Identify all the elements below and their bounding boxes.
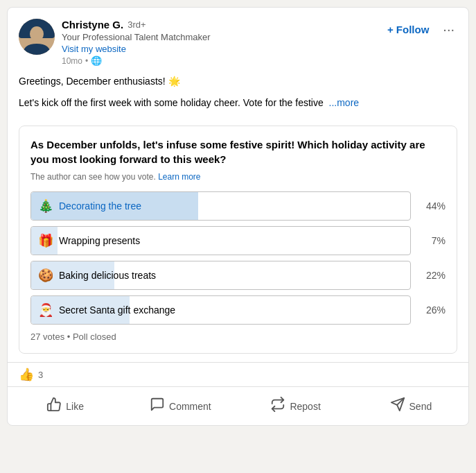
avatar — [19, 19, 55, 55]
reaction-count: 3 — [38, 370, 43, 380]
repost-label: Repost — [290, 401, 320, 412]
poll-container: As December unfolds, let's infuse some f… — [19, 126, 457, 354]
header-actions: + Follow ··· — [382, 19, 457, 40]
more-link[interactable]: ...more — [329, 97, 360, 108]
reaction-icon: 👍 — [19, 367, 34, 382]
repost-icon — [270, 397, 285, 415]
poll-option-label: Wrapping presents — [59, 235, 140, 246]
follow-button[interactable]: + Follow — [382, 21, 434, 38]
poll-option[interactable]: 🎄Decorating the tree44% — [30, 191, 446, 221]
comment-icon — [150, 397, 165, 415]
poll-option-percent: 7% — [419, 235, 446, 246]
poll-option-percent: 22% — [419, 270, 446, 281]
reactions-row: 👍 3 — [8, 362, 468, 386]
send-button[interactable]: Send — [353, 390, 468, 422]
dot-separator: • — [85, 56, 88, 66]
poll-option[interactable]: 🎅Secret Santa gift exchange26% — [30, 295, 446, 325]
author-name-row: Christyne G. 3rd+ — [62, 19, 375, 31]
poll-option-emoji: 🍪 — [38, 268, 53, 283]
send-label: Send — [409, 401, 432, 412]
author-link[interactable]: Visit my website — [62, 44, 375, 54]
author-headline: Your Professional Talent Matchmaker — [62, 32, 375, 42]
comment-label: Comment — [169, 401, 211, 412]
author-degree: 3rd+ — [127, 19, 146, 30]
like-icon — [46, 397, 62, 415]
post-greeting: Greetings, December enthusiasts! 🌟 — [19, 74, 457, 89]
learn-more-link[interactable]: Learn more — [158, 172, 200, 182]
poll-option-label: Secret Santa gift exchange — [59, 304, 175, 316]
poll-option-label: Baking delicious treats — [59, 270, 156, 281]
more-options-button[interactable]: ··· — [440, 19, 457, 40]
poll-option[interactable]: 🎁Wrapping presents7% — [30, 226, 446, 255]
svg-point-2 — [30, 26, 44, 42]
action-bar: Like Comment Repost — [8, 386, 468, 425]
poll-option[interactable]: 🍪Baking delicious treats22% — [30, 261, 446, 290]
author-name: Christyne G. — [62, 19, 123, 31]
poll-options: 🎄Decorating the tree44%🎁Wrapping present… — [30, 191, 446, 325]
repost-button[interactable]: Repost — [238, 390, 353, 422]
like-button[interactable]: Like — [8, 390, 123, 422]
comment-button[interactable]: Comment — [123, 390, 238, 422]
poll-option-emoji: 🎁 — [38, 233, 53, 248]
like-label: Like — [66, 401, 84, 412]
poll-question: As December unfolds, let's infuse some f… — [30, 137, 446, 166]
post-body: Greetings, December enthusiasts! 🌟 Let's… — [8, 71, 468, 123]
author-info: Christyne G. 3rd+ Your Professional Tale… — [62, 19, 375, 66]
poll-option-percent: 44% — [419, 200, 446, 212]
poll-option-emoji: 🎄 — [38, 198, 53, 214]
post-header: Christyne G. 3rd+ Your Professional Tale… — [8, 8, 468, 71]
post-time: 10mo — [62, 56, 82, 66]
poll-note: The author can see how you vote. Learn m… — [30, 172, 446, 182]
post-meta: 10mo • 🌐 — [62, 55, 375, 66]
post-body-text: Let's kick off the first week with some … — [19, 96, 457, 110]
poll-option-percent: 26% — [419, 304, 446, 316]
poll-option-emoji: 🎅 — [38, 302, 53, 318]
post-card: Christyne G. 3rd+ Your Professional Tale… — [7, 7, 469, 426]
poll-footer: 27 votes • Poll closed — [30, 332, 446, 342]
send-icon — [390, 397, 405, 415]
globe-icon: 🌐 — [91, 55, 102, 66]
poll-option-label: Decorating the tree — [59, 200, 141, 212]
